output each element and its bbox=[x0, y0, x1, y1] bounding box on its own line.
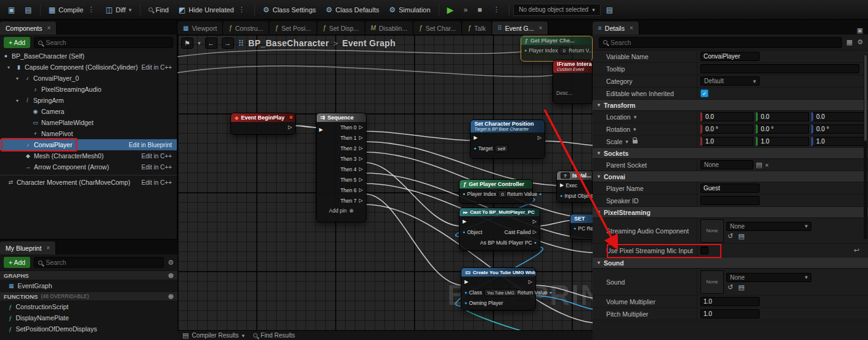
location-x-field[interactable]: 0.0 bbox=[700, 112, 753, 121]
sequence-pin-row[interactable]: Then 0▷ bbox=[317, 122, 366, 132]
exec-out-pin[interactable]: ▷ bbox=[359, 198, 363, 203]
window-layout-icon[interactable]: ▣ bbox=[852, 26, 868, 34]
sound-asset-thumbnail[interactable]: None bbox=[700, 270, 724, 294]
expander-icon[interactable]: ▾ bbox=[16, 98, 22, 103]
node-sequence[interactable]: ⇉ Sequence ▶ Then 0▷ Then 1▷ Then 2▷ The… bbox=[316, 113, 367, 222]
browse-to-asset-icon[interactable]: ▤ bbox=[738, 283, 744, 291]
browse-button[interactable]: ▤ bbox=[20, 2, 36, 17]
node-set-character-position[interactable]: Set Character Position Target is BP Base… bbox=[470, 119, 545, 159]
close-icon[interactable]: × bbox=[630, 25, 633, 31]
save-button[interactable]: ▣ bbox=[4, 2, 19, 17]
node-is-valid[interactable]: ? Is Val... ▶ Exec ● Input Object bbox=[556, 171, 593, 203]
component-row-charactermovement[interactable]: ⇄ Character Movement (CharMoveComp) Edit… bbox=[0, 177, 177, 188]
exec-in-pin[interactable]: ▶ bbox=[560, 182, 564, 188]
cast-failed-pin[interactable]: ▷ bbox=[533, 229, 537, 235]
compile-button[interactable]: ▦ Compile ⋮ bbox=[44, 2, 100, 17]
exec-out-pin[interactable]: ▷ bbox=[359, 187, 363, 193]
exec-out-pin[interactable]: ▷ bbox=[529, 279, 532, 285]
pc-ref-pin[interactable]: ● bbox=[574, 226, 576, 230]
hide-unrelated-options-icon[interactable]: ⋮ bbox=[237, 6, 246, 14]
category-dropdown[interactable]: Default ▾ bbox=[700, 76, 760, 86]
close-icon[interactable]: × bbox=[46, 245, 50, 251]
component-row-capsule[interactable]: ▾ ▮ Capsule Component (CollisionCylinder… bbox=[0, 62, 177, 73]
exec-in-pin[interactable]: ▶ bbox=[319, 127, 323, 132]
target-pin[interactable]: ● bbox=[474, 146, 476, 150]
tooltip-input[interactable] bbox=[700, 64, 859, 73]
expander-icon[interactable]: ▾ bbox=[7, 65, 13, 70]
play-options-button[interactable]: ⋮ bbox=[487, 2, 505, 17]
rotation-dropdown-icon[interactable]: ▾ bbox=[633, 126, 636, 132]
add-pin-button[interactable]: Add pin ⊕ bbox=[317, 206, 366, 216]
edit-in-cpp-link[interactable]: Edit in C++ bbox=[142, 179, 177, 186]
scale-z-field[interactable]: 1.0 bbox=[811, 137, 864, 146]
return-value-pin[interactable]: ● bbox=[550, 290, 552, 294]
section-header-sound[interactable]: ▾ Sound bbox=[593, 257, 868, 269]
tab-components[interactable]: Components × bbox=[0, 22, 57, 34]
tab-disabling[interactable]: M Disablin... bbox=[365, 22, 413, 34]
player-name-input[interactable] bbox=[700, 184, 760, 193]
volume-multiplier-input[interactable] bbox=[700, 297, 760, 306]
hide-unrelated-button[interactable]: ◩ Hide Unrelated ⋮ bbox=[174, 2, 251, 17]
details-search[interactable] bbox=[599, 37, 842, 48]
edit-in-cpp-link[interactable]: Edit in C++ bbox=[142, 153, 177, 160]
function-item-constructionscript[interactable]: ƒ ConstructionScript bbox=[0, 301, 177, 312]
exec-out-pin[interactable]: ▷ bbox=[359, 124, 363, 130]
use-selected-asset-icon[interactable]: ↺ bbox=[728, 232, 733, 240]
diff-caret-icon[interactable]: ▾ bbox=[129, 7, 132, 13]
nav-forward-button[interactable]: → bbox=[222, 38, 234, 49]
use-selected-asset-icon[interactable]: ↺ bbox=[728, 283, 733, 291]
exec-in-pin[interactable]: ▶ bbox=[474, 135, 477, 140]
tab-set-position[interactable]: ƒ Set Posi... bbox=[269, 22, 317, 34]
pitch-multiplier-input[interactable] bbox=[700, 309, 760, 318]
exec-out-pin[interactable]: ▷ bbox=[288, 124, 292, 130]
find-button[interactable]: Find bbox=[144, 2, 173, 17]
scale-y-field[interactable]: 1.0 bbox=[756, 137, 809, 146]
sequence-pin-row[interactable]: Then 5▷ bbox=[317, 174, 366, 185]
diff-button[interactable]: ◫ Diff ▾ bbox=[101, 2, 136, 17]
exec-in-pin[interactable]: ▶ bbox=[463, 219, 466, 224]
rotation-x-field[interactable]: 0.0 ° bbox=[700, 124, 753, 134]
tab-details[interactable]: ≡ Details × bbox=[593, 22, 639, 34]
exec-out-pin[interactable]: ▷ bbox=[359, 145, 363, 151]
edit-in-blueprint-link[interactable]: Edit in Blueprint bbox=[129, 142, 177, 148]
exec-in-pin[interactable]: ▶ bbox=[464, 279, 468, 285]
browse-to-asset-icon[interactable]: ▤ bbox=[738, 232, 744, 240]
scrollbar-thumb[interactable] bbox=[864, 55, 867, 141]
expander-icon[interactable]: ▾ bbox=[16, 76, 22, 81]
my-blueprint-search[interactable] bbox=[34, 257, 164, 268]
rotation-z-field[interactable]: 0.0 ° bbox=[811, 124, 864, 134]
function-item-displaynameplate[interactable]: ƒ DisplayNamePlate bbox=[0, 312, 177, 323]
location-y-field[interactable]: 0.0 bbox=[756, 112, 809, 121]
node-cast-to-bp-multiplayer-pc[interactable]: ▸▸ Cast To BP_MultiPlayer_PC ▶ ▷ ● Objec… bbox=[459, 208, 540, 251]
exec-out-pin[interactable]: ▷ bbox=[359, 166, 363, 172]
close-icon[interactable]: × bbox=[539, 25, 543, 31]
component-row-arrow[interactable]: → Arrow Component (Arrow) Edit in C++ bbox=[0, 161, 177, 172]
add-graph-icon[interactable]: ⊕ bbox=[168, 272, 174, 280]
class-value-dropdown[interactable]: You Tube UMG bbox=[484, 289, 517, 296]
add-component-button[interactable]: + Add bbox=[4, 37, 30, 48]
as-bp-multiplayer-pin[interactable]: ● bbox=[534, 240, 537, 245]
player-index-pin[interactable]: ● bbox=[463, 192, 465, 196]
graphs-section-header[interactable]: GRAPHS ⊕ bbox=[0, 270, 177, 280]
function-item-setposition[interactable]: ƒ SetPositionOfDemoDisplays bbox=[0, 323, 177, 334]
exec-out-pin[interactable]: ▷ bbox=[538, 135, 541, 140]
tab-event-graph[interactable]: ⠿ Event G... × bbox=[492, 22, 549, 34]
component-row-camera[interactable]: ◉ Camera bbox=[0, 106, 177, 117]
functions-section-header[interactable]: FUNCTIONS (48 OVERRIDABLE) ⊕ bbox=[0, 291, 177, 301]
variable-name-input[interactable] bbox=[700, 52, 760, 61]
scale-dropdown-icon[interactable]: ▾ bbox=[625, 139, 628, 145]
add-function-icon[interactable]: ⊕ bbox=[168, 293, 174, 301]
sequence-pin-row[interactable]: Then 1▷ bbox=[317, 132, 366, 143]
component-row-springarm[interactable]: ▾ / SpringArm bbox=[0, 95, 177, 106]
audio-asset-dropdown[interactable]: None ▾ bbox=[726, 222, 811, 231]
exec-out-pin[interactable]: ▷ bbox=[359, 177, 363, 182]
section-header-transform[interactable]: ▾ Transform bbox=[593, 100, 868, 111]
tab-set-display[interactable]: ƒ Set Disp... bbox=[317, 22, 365, 34]
parent-socket-field[interactable]: None bbox=[700, 160, 753, 169]
debug-browse-button[interactable]: ▤ bbox=[602, 2, 617, 17]
compile-options-icon[interactable]: ⋮ bbox=[86, 6, 95, 14]
tab-viewport[interactable]: ▦ Viewport bbox=[177, 22, 223, 34]
return-value-pin[interactable]: ● bbox=[539, 192, 541, 196]
frame-skip-button[interactable]: » bbox=[459, 2, 472, 17]
exec-out-pin[interactable]: ▷ bbox=[359, 156, 363, 161]
